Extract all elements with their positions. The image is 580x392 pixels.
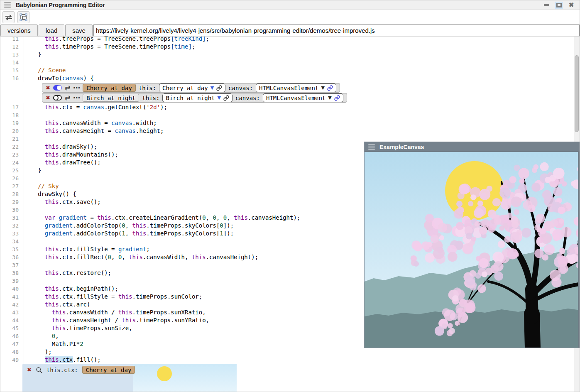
line-number[interactable]: 35 xyxy=(0,245,24,253)
line-number[interactable]: 25 xyxy=(0,167,24,174)
code-text: drawTo(canvas) { xyxy=(24,74,94,82)
example-name-badge[interactable]: Cherry at day xyxy=(83,84,136,92)
line-number[interactable]: 21 xyxy=(0,135,24,143)
line-number[interactable]: 31 xyxy=(0,214,24,222)
line-number[interactable]: 34 xyxy=(0,238,24,245)
code-line[interactable]: 15// Scene xyxy=(0,66,580,74)
code-line[interactable]: 49 this.ctx.fill(); xyxy=(0,356,580,364)
probe-more-icon[interactable]: ⋯ xyxy=(73,94,80,101)
transform-selection-button[interactable] xyxy=(17,11,29,23)
this-value-dropdown[interactable]: Birch at night ▼ xyxy=(162,93,232,102)
code-text: // Scene xyxy=(24,66,66,74)
canvas-value-dropdown[interactable]: HTMLCanvasElement ▼ xyxy=(263,93,343,102)
file-navbar: versions load save xyxy=(0,24,580,37)
load-button[interactable]: load xyxy=(39,24,64,36)
line-number[interactable]: 36 xyxy=(0,253,24,261)
line-number[interactable]: 17 xyxy=(0,103,24,111)
code-line[interactable]: 12 this.timeProps = TreeScene.timeProps[… xyxy=(0,43,580,51)
line-number[interactable]: 30 xyxy=(0,206,24,214)
line-number[interactable]: 41 xyxy=(0,293,24,301)
probe-expression-label: this.ctx: xyxy=(46,367,78,373)
line-number[interactable]: 48 xyxy=(0,348,24,356)
chain-link-icon[interactable] xyxy=(216,85,222,91)
code-text: Math.PI*2 xyxy=(24,340,83,348)
line-number[interactable]: 20 xyxy=(0,127,24,135)
line-number[interactable]: 12 xyxy=(0,43,24,51)
probe-more-icon[interactable]: ⋯ xyxy=(73,84,80,91)
line-number[interactable]: 24 xyxy=(0,159,24,167)
swap-connections-button[interactable] xyxy=(2,11,15,23)
line-number[interactable]: 14 xyxy=(0,59,24,66)
line-number[interactable]: 49 xyxy=(0,356,24,364)
example-canvas-titlebar[interactable]: ExampleCanvas xyxy=(365,142,580,152)
canvas-value-dropdown[interactable]: HTMLCanvasElement ▼ xyxy=(256,83,336,92)
line-number[interactable]: 33 xyxy=(0,230,24,238)
code-line[interactable]: 48 ); xyxy=(0,348,580,356)
line-number[interactable]: 29 xyxy=(0,198,24,206)
close-button[interactable]: ✖ xyxy=(568,2,575,8)
line-number[interactable]: 47 xyxy=(0,340,24,348)
url-input[interactable] xyxy=(93,24,580,36)
line-number[interactable]: 22 xyxy=(0,143,24,151)
minimize-button[interactable] xyxy=(543,2,550,8)
code-text: this.ctx.fillRect(0, 0, this.canvasWidth… xyxy=(24,253,258,261)
line-number[interactable]: 19 xyxy=(0,119,24,127)
example-toggle-off[interactable] xyxy=(53,95,62,100)
line-number[interactable]: 18 xyxy=(0,111,24,119)
code-line[interactable]: 17 this.ctx = canvas.getContext('2d'); xyxy=(0,103,580,111)
chain-link-icon[interactable] xyxy=(334,95,340,101)
line-number[interactable]: 45 xyxy=(0,324,24,332)
probe-swap-icon[interactable]: ⇄ xyxy=(65,95,70,101)
example-canvas-window[interactable]: ExampleCanvas xyxy=(364,142,580,348)
code-text: this.canvasWidth = canvas.width; xyxy=(24,119,157,127)
example-name-badge[interactable]: Birch at night xyxy=(83,94,139,102)
swap-arrows-icon xyxy=(5,15,12,20)
code-line[interactable]: 20 this.canvasHeight = canvas.height; xyxy=(0,127,580,135)
line-number[interactable]: 37 xyxy=(0,261,24,269)
line-number[interactable]: 27 xyxy=(0,182,24,190)
probe-swap-icon[interactable]: ⇄ xyxy=(65,85,70,91)
code-line[interactable]: 19 this.canvasWidth = canvas.width; xyxy=(0,119,580,127)
line-number[interactable]: 13 xyxy=(0,51,24,59)
probe-close-icon[interactable]: ✖ xyxy=(46,95,50,101)
line-number[interactable]: 26 xyxy=(0,174,24,182)
code-text xyxy=(24,111,38,119)
line-number[interactable]: 39 xyxy=(0,277,24,285)
line-number[interactable]: 38 xyxy=(0,269,24,277)
line-number[interactable]: 32 xyxy=(0,222,24,230)
code-line[interactable]: 16drawTo(canvas) { xyxy=(0,74,580,82)
line-number[interactable]: 44 xyxy=(0,316,24,324)
code-line[interactable]: 14 xyxy=(0,59,580,66)
line-number[interactable]: 43 xyxy=(0,309,24,316)
magnifier-icon[interactable] xyxy=(36,367,42,373)
line-number[interactable]: 46 xyxy=(0,332,24,340)
example-name-badge[interactable]: Cherry at day xyxy=(82,366,135,374)
menu-hamburger-icon[interactable] xyxy=(4,2,11,7)
chevron-down-icon: ▼ xyxy=(218,96,221,100)
code-text: var gradient = this.ctx.createLinearGrad… xyxy=(24,214,300,222)
save-button[interactable]: save xyxy=(65,24,93,36)
code-line[interactable]: 18 xyxy=(0,111,580,119)
scrollbar-thumb[interactable] xyxy=(575,55,579,132)
chain-link-icon[interactable] xyxy=(327,85,333,91)
this-value-dropdown[interactable]: Cherry at day ▼ xyxy=(159,83,225,92)
code-text xyxy=(24,206,38,214)
code-text: 0, xyxy=(24,332,59,340)
example-toggle-on[interactable] xyxy=(53,85,62,91)
line-number[interactable]: 42 xyxy=(0,301,24,309)
probe-close-icon[interactable]: ✖ xyxy=(46,85,50,91)
versions-button[interactable]: versions xyxy=(0,24,38,36)
code-line[interactable]: 11 this.treeProps = TreeScene.treeProps[… xyxy=(0,37,580,43)
line-number[interactable]: 15 xyxy=(0,66,24,74)
line-number[interactable]: 28 xyxy=(0,190,24,198)
code-text xyxy=(24,135,38,143)
line-number[interactable]: 16 xyxy=(0,74,24,82)
line-number[interactable]: 11 xyxy=(0,37,24,43)
code-line[interactable]: 13} xyxy=(0,51,580,59)
probe-close-icon[interactable]: ✖ xyxy=(27,367,32,373)
line-number[interactable]: 40 xyxy=(0,285,24,293)
chain-link-icon[interactable] xyxy=(223,95,229,101)
menu-hamburger-icon[interactable] xyxy=(368,145,375,149)
maximize-button[interactable] xyxy=(556,2,562,8)
line-number[interactable]: 23 xyxy=(0,151,24,159)
